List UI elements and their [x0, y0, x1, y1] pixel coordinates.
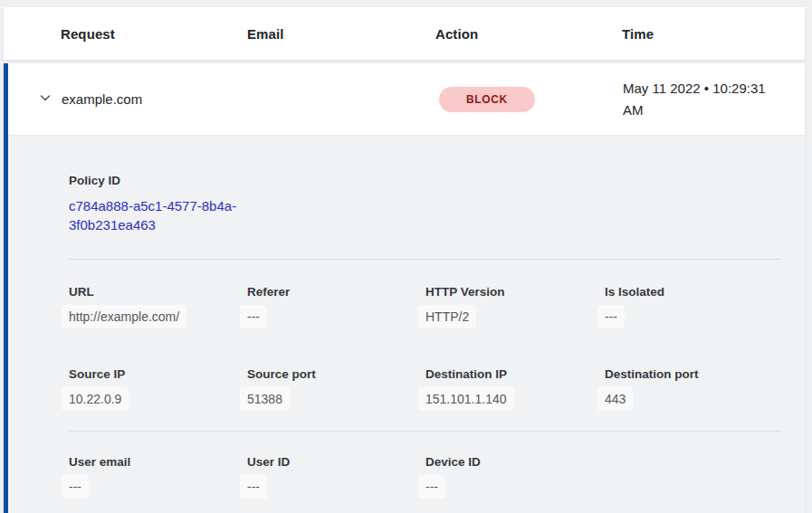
policy-id-label: Policy ID [69, 174, 781, 187]
field-is-isolated: Is Isolated --- [605, 285, 781, 325]
field-label: Device ID [425, 455, 605, 469]
field-label: Is Isolated [605, 285, 781, 299]
log-detail-panel: Policy ID c784a888-a5c1-4577-8b4a-3f0b23… [8, 136, 805, 513]
chevron-down-icon [38, 90, 53, 109]
field-source-ip: Source IP 10.22.0.9 [69, 367, 247, 407]
field-value: HTTP/2 [418, 305, 476, 328]
field-value: --- [597, 305, 625, 328]
policy-id-section: Policy ID c784a888-a5c1-4577-8b4a-3f0b23… [69, 174, 781, 234]
column-header-request: Request [61, 26, 247, 42]
row-expand-toggle[interactable] [28, 90, 62, 109]
field-destination-ip: Destination IP 151.101.1.140 [425, 367, 605, 407]
field-value: 10.22.0.9 [62, 387, 129, 411]
field-value: --- [418, 475, 445, 499]
user-fields-grid: User email --- User ID --- Device ID --- [69, 455, 781, 495]
field-user-id: User ID --- [247, 455, 425, 495]
policy-id-link[interactable]: c784a888-a5c1-4577-8b4a-3f0b231ea463 [69, 196, 250, 234]
field-label: User ID [247, 455, 425, 469]
field-value: 51388 [240, 387, 290, 411]
field-value: --- [62, 475, 89, 499]
field-label: Destination port [605, 367, 781, 381]
field-label: Referer [247, 285, 425, 299]
field-label: URL [69, 285, 247, 299]
field-referer: Referer --- [247, 285, 425, 325]
field-value: --- [240, 305, 267, 328]
field-source-port: Source port 51388 [247, 367, 425, 407]
field-url: URL http://example.com/ [69, 285, 247, 325]
request-cell: example.com [62, 91, 248, 107]
field-value: 443 [597, 387, 633, 411]
column-header-time: Time [622, 26, 805, 42]
field-value: http://example.com/ [62, 305, 186, 328]
field-label: Source IP [69, 367, 247, 381]
section-divider [69, 259, 781, 260]
field-label: HTTP Version [425, 285, 605, 299]
gateway-log-page: Request Email Action Time example.com BL… [0, 7, 812, 513]
field-destination-port: Destination port 443 [605, 367, 781, 407]
field-label: Source port [247, 367, 425, 381]
column-header-action: Action [435, 26, 622, 42]
block-status-badge: BLOCK [439, 87, 535, 112]
action-cell: BLOCK [436, 87, 623, 112]
expanded-log-row-group: example.com BLOCK May 11 2022 • 10:29:31… [4, 63, 805, 513]
field-user-email: User email --- [69, 455, 247, 495]
log-table-card: Request Email Action Time example.com BL… [4, 7, 805, 513]
field-value: 151.101.1.140 [418, 387, 514, 411]
column-header-email: Email [247, 26, 435, 42]
section-divider [69, 431, 781, 432]
log-row[interactable]: example.com BLOCK May 11 2022 • 10:29:31… [8, 63, 805, 136]
field-value: --- [240, 475, 267, 499]
field-device-id: Device ID --- [425, 455, 605, 495]
request-fields-grid: URL http://example.com/ Referer --- HTTP… [69, 285, 781, 407]
table-header: Request Email Action Time [4, 7, 805, 60]
time-cell: May 11 2022 • 10:29:31 AM [623, 78, 784, 121]
field-label: User email [69, 455, 247, 469]
field-http-version: HTTP Version HTTP/2 [425, 285, 605, 325]
field-label: Destination IP [425, 367, 605, 381]
